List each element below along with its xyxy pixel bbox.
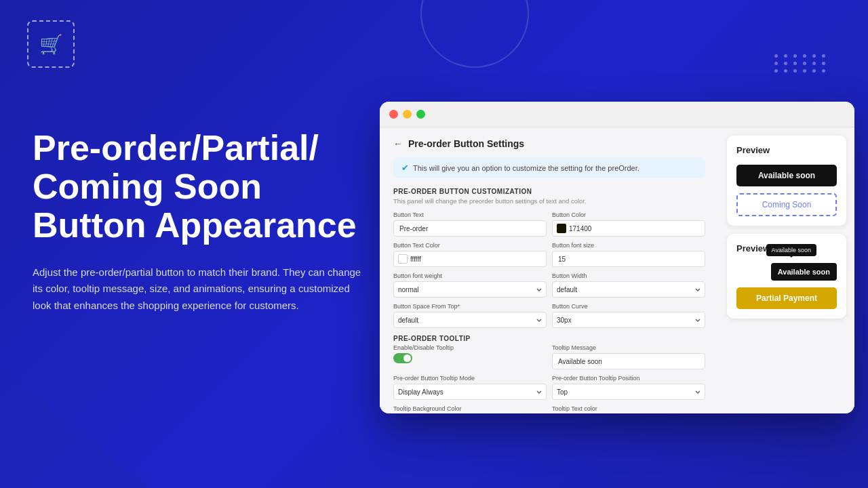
partial-payment-button[interactable]: Partial Payment — [736, 287, 837, 309]
toggle-row — [393, 353, 547, 363]
preview-card-2: Preview Available soon Available soon Pa… — [727, 234, 846, 319]
tooltip-message-label: Tooltip Message — [552, 344, 705, 351]
form-grid-1: Button Text Button Color 171400 Button T… — [393, 211, 705, 328]
back-arrow[interactable]: ← — [393, 138, 403, 149]
main-heading: Pre-order/Partial/Coming SoonButton Appe… — [33, 129, 378, 245]
sub-text: Adjust the pre-order/partial button to m… — [33, 264, 365, 314]
tooltip-section: PRE-ORDER TOOLTIP Enable/Disable Tooltip… — [393, 335, 705, 413]
button-text-color-value: ffffff — [410, 256, 421, 263]
deco-dots — [774, 54, 827, 73]
tooltip-position-field: Pre-order Button Tooltip Position TopBot… — [552, 375, 705, 400]
right-panels: Preview Available soon Coming Soon Previ… — [719, 127, 854, 413]
tooltip-bg-color-field: Tooltip Background Color 2d2f22 — [393, 405, 547, 413]
button-color-swatch-row[interactable]: 171400 — [552, 220, 705, 237]
tooltip-message-input[interactable] — [552, 353, 705, 369]
tooltip-mode-select[interactable]: Display AlwaysHover — [393, 384, 547, 400]
dot-yellow[interactable] — [403, 110, 412, 119]
enable-tooltip-label: Enable/Disable Tooltip — [393, 344, 547, 351]
browser-titlebar — [380, 102, 854, 127]
main-panel: ← Pre-order Button Settings ✔ This will … — [380, 127, 719, 413]
panel-header: ← Pre-order Button Settings — [393, 138, 705, 149]
button-text-color-swatch — [398, 254, 408, 264]
button-text-color-label: Button Text Color — [393, 242, 547, 249]
customization-label: PRE-ORDER BUTTON CUSTOMIZATION — [393, 188, 705, 195]
button-curve-field: Button Curve 30px20px10px0px — [552, 303, 705, 328]
button-text-field: Button Text — [393, 211, 547, 237]
form-grid-tooltip: Enable/Disable Tooltip Tooltip Message P… — [393, 344, 705, 413]
button-font-weight-select[interactable]: normalboldlight — [393, 281, 547, 298]
button-color-swatch — [557, 224, 566, 233]
tooltip-text-color-label: Tooltip Text color — [552, 405, 705, 412]
tooltip-position-select[interactable]: TopBottomLeftRight — [552, 384, 705, 400]
button-font-weight-label: Button font weight — [393, 272, 547, 279]
button-text-input[interactable] — [393, 220, 547, 237]
browser-window: ← Pre-order Button Settings ✔ This will … — [380, 102, 854, 413]
preview-card-1: Preview Available soon Coming Soon — [727, 136, 846, 226]
button-font-size-label: Button font size — [552, 242, 705, 249]
available-soon-button-1[interactable]: Available soon — [736, 165, 837, 186]
button-font-weight-field: Button font weight normalboldlight — [393, 272, 547, 298]
button-color-field: Button Color 171400 — [552, 211, 705, 237]
button-color-value: 171400 — [569, 225, 591, 232]
dot-green[interactable] — [416, 110, 425, 119]
info-bar: ✔ This will give you an option to custom… — [393, 157, 705, 178]
preview-top: Available soon Available soon — [736, 263, 837, 281]
button-space-select[interactable]: defaulttopbottom — [393, 312, 547, 328]
tooltip-text-color-field: Tooltip Text color ffffff — [552, 405, 705, 413]
tooltip-message-field: Tooltip Message — [552, 344, 705, 369]
button-font-size-input[interactable] — [552, 251, 705, 267]
panel-title: Pre-order Button Settings — [408, 138, 524, 149]
tooltip-mode-field: Pre-order Button Tooltip Mode Display Al… — [393, 375, 547, 400]
tooltip-toggle[interactable] — [393, 353, 412, 363]
left-content: Pre-order/Partial/Coming SoonButton Appe… — [33, 129, 378, 314]
tooltip-mode-label: Pre-order Button Tooltip Mode — [393, 375, 547, 382]
coming-soon-button[interactable]: Coming Soon — [736, 193, 837, 216]
logo: 🛒 — [27, 20, 75, 68]
button-width-select[interactable]: defaultfullauto — [552, 281, 705, 298]
tooltip-bubble: Available soon — [766, 244, 816, 256]
customization-desc: This panel will change the preorder butt… — [393, 197, 705, 205]
tooltip-bg-color-label: Tooltip Background Color — [393, 405, 547, 412]
button-width-label: Button Width — [552, 272, 705, 279]
button-width-field: Button Width defaultfullauto — [552, 272, 705, 298]
button-space-field: Button Space From Top* defaulttopbottom — [393, 303, 547, 328]
button-space-label: Button Space From Top* — [393, 303, 547, 310]
info-message: This will give you an option to customiz… — [413, 164, 639, 172]
enable-tooltip-field: Enable/Disable Tooltip — [393, 344, 547, 369]
button-curve-label: Button Curve — [552, 303, 705, 310]
button-font-size-field: Button font size — [552, 242, 705, 267]
button-text-color-field: Button Text Color ffffff — [393, 242, 547, 267]
logo-icon: 🛒 — [39, 33, 63, 56]
browser-content: ← Pre-order Button Settings ✔ This will … — [380, 127, 854, 413]
available-soon-button-2[interactable]: Available soon — [771, 263, 837, 281]
tooltip-position-label: Pre-order Button Tooltip Position — [552, 375, 705, 382]
button-curve-select[interactable]: 30px20px10px0px — [552, 312, 705, 328]
button-text-color-row[interactable]: ffffff — [393, 251, 547, 267]
dot-red[interactable] — [389, 110, 398, 119]
info-icon: ✔ — [401, 163, 409, 173]
tooltip-label: PRE-ORDER TOOLTIP — [393, 335, 705, 342]
button-text-label: Button Text — [393, 211, 547, 218]
preview-1-label: Preview — [736, 145, 837, 155]
button-color-label: Button Color — [552, 211, 705, 218]
